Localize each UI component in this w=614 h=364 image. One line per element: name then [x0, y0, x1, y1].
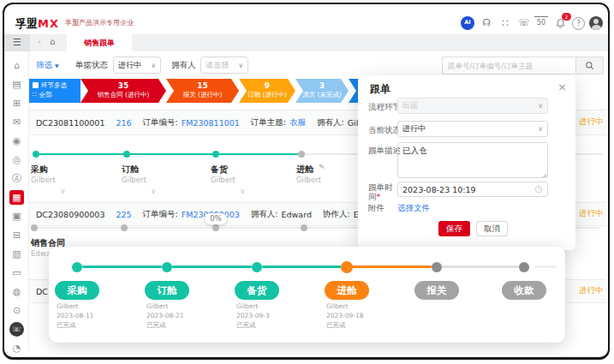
- stage-segment-booking[interactable]: 9 订舱 (进行中): [239, 79, 295, 103]
- tab-bar: ☰ ‹ ⌂ 销售跟单: [4, 34, 610, 51]
- current-status-select[interactable]: 进行中: [397, 121, 548, 137]
- stage-expander[interactable]: ∨: [60, 187, 66, 195]
- stage-status: 已完成: [146, 320, 184, 330]
- popup-stage-detail: Gilbert 2023-09-3 已完成: [236, 301, 270, 330]
- home-icon[interactable]: ⌂: [9, 58, 24, 73]
- logistics-icon[interactable]: ⊟: [9, 228, 24, 242]
- avatar[interactable]: [589, 16, 603, 30]
- edit-stage-icon[interactable]: ✎: [319, 163, 325, 171]
- assistant-icon[interactable]: Ⓐ: [9, 171, 24, 186]
- choose-file-link[interactable]: 选择文件: [397, 203, 430, 214]
- tracking-icon[interactable]: ▦: [9, 190, 24, 205]
- stage-date: 2023-08-21: [146, 311, 184, 320]
- cancel-button[interactable]: 取消: [476, 221, 508, 236]
- board-icon[interactable]: 50: [534, 16, 548, 31]
- required-mark: *: [377, 192, 381, 201]
- timeline-segment: [219, 153, 298, 155]
- stage-person: Gilbert: [57, 301, 94, 311]
- popup-stage-pill: 收款: [502, 281, 546, 300]
- approvals-icon[interactable]: ◉: [9, 134, 24, 148]
- close-icon[interactable]: ×: [557, 81, 567, 93]
- apps-grid-icon[interactable]: ∷: [498, 16, 512, 30]
- doc-status-label: 单据状态: [75, 60, 108, 71]
- mail-icon[interactable]: ✉: [9, 115, 24, 129]
- days-count[interactable]: 216: [116, 118, 131, 128]
- process-step-select[interactable]: 出运: [397, 98, 548, 114]
- order-no-link[interactable]: FM230811001: [182, 118, 240, 128]
- discover-icon[interactable]: ◎: [9, 152, 24, 167]
- stage-person: Gilbert: [31, 176, 56, 184]
- tracking-time-input[interactable]: 2023-08-23 10:19: [397, 182, 548, 197]
- menu-toggle-icon[interactable]: ☰: [4, 34, 30, 51]
- tab-sales-tracking[interactable]: 销售跟单: [67, 34, 132, 51]
- ai-assistant-icon[interactable]: AI: [461, 16, 474, 30]
- timeline-segment: [39, 153, 123, 155]
- popup-line-done: [172, 266, 252, 268]
- caret-down-icon[interactable]: ∨: [602, 16, 614, 30]
- stage-expander[interactable]: ∨: [151, 187, 157, 195]
- knowledge-icon[interactable]: ◍: [9, 284, 24, 299]
- stage-segment-customs[interactable]: 15 报关 (进行中): [166, 79, 239, 103]
- bell-icon[interactable]: 2: [553, 16, 567, 30]
- search-button[interactable]: [575, 57, 604, 75]
- phone-icon[interactable]: ☏: [517, 16, 531, 30]
- tracking-modal: 跟单 × 流程环节 出运 当前状态 进行中 跟单描述 已入仓 跟单时 间* 20…: [358, 75, 575, 250]
- home-tab-icon[interactable]: ⌂: [50, 37, 55, 46]
- popup-stage-pill: 备货: [235, 281, 279, 300]
- filter-caret-icon: ▼: [55, 63, 59, 69]
- help-icon[interactable]: ?: [572, 17, 585, 30]
- stage-name: 进舱: [296, 164, 313, 176]
- popup-dot-current: [341, 261, 353, 273]
- stage-segment-sales-contract[interactable]: 35 销售合同 (进行中): [80, 79, 166, 103]
- org-icon[interactable]: ⊞: [9, 96, 24, 110]
- messages-icon[interactable]: ⊙: [9, 303, 24, 318]
- popup-stage-pill: 报关: [414, 281, 459, 300]
- timeline-dot-pending: [298, 151, 305, 158]
- stage-status: 已完成: [57, 320, 94, 330]
- popup-stage-detail: Gilbert 2023-08-21 已完成: [146, 301, 184, 330]
- support-icon[interactable]: ◔: [9, 341, 24, 355]
- stage-date: 2023-08-11: [57, 311, 94, 320]
- days-count[interactable]: 225: [116, 210, 131, 219]
- subject-link[interactable]: 衣服: [289, 117, 306, 128]
- back-icon[interactable]: ‹: [38, 37, 41, 46]
- timeline-popup: 采购 订舱 备货 进舱 报关 收款 Gilbert 2023-08-11 已完成…: [49, 247, 565, 343]
- doc-number-fragment: DC: [36, 287, 48, 296]
- stage-expander[interactable]: ∨: [240, 187, 246, 195]
- headset-icon[interactable]: ☊: [480, 16, 493, 30]
- stage-name: 采购: [31, 164, 48, 176]
- timeline-dot-done: [123, 151, 130, 158]
- search-input[interactable]: [442, 57, 575, 75]
- order-no-label: 订单编号:: [143, 209, 178, 220]
- customers-icon[interactable]: ▤: [9, 77, 24, 92]
- calls-icon[interactable]: ☏: [9, 322, 24, 337]
- timeline-dot-pending: [31, 224, 38, 231]
- owner-value: Edward: [282, 210, 312, 219]
- filter-toggle[interactable]: 筛选 ▼: [36, 60, 59, 71]
- description-textarea[interactable]: 已入仓: [397, 142, 548, 178]
- popup-line-todo: [442, 266, 519, 268]
- timeline-segment: [130, 153, 212, 155]
- popup-stage-detail: Gilbert 2023-09-18 已完成: [326, 301, 364, 330]
- stage-person: Gilbert: [326, 301, 364, 311]
- schedule-icon[interactable]: ▣: [9, 209, 24, 224]
- timeline-dot-pending: [121, 224, 128, 231]
- stage-multiselect-box[interactable]: 环节多选 ∷ 全部: [29, 79, 80, 103]
- documents-icon[interactable]: ▭: [9, 266, 24, 280]
- multiselect-checkbox[interactable]: [33, 82, 39, 88]
- owner-select[interactable]: 请选择: [200, 57, 248, 74]
- save-button[interactable]: 保存: [438, 221, 470, 236]
- stage-status: 已完成: [236, 320, 270, 330]
- stage-name: 订舱: [122, 164, 139, 176]
- reports-icon[interactable]: ▥: [9, 247, 24, 261]
- stage-date: 2023-09-3: [236, 311, 270, 320]
- popup-stage-pill: 订舱: [145, 281, 189, 300]
- brand-accent: MX: [38, 17, 59, 30]
- progress-percent: 0%: [205, 213, 227, 224]
- popup-dot-todo: [519, 262, 529, 272]
- clock-icon: [534, 185, 543, 194]
- brand-name: 孚盟: [15, 17, 38, 30]
- doc-status-select[interactable]: 进行中: [113, 57, 161, 74]
- timeline-dot-done: [33, 151, 39, 158]
- stage-segment-clearance[interactable]: 3 清关 (未完成): [295, 79, 349, 103]
